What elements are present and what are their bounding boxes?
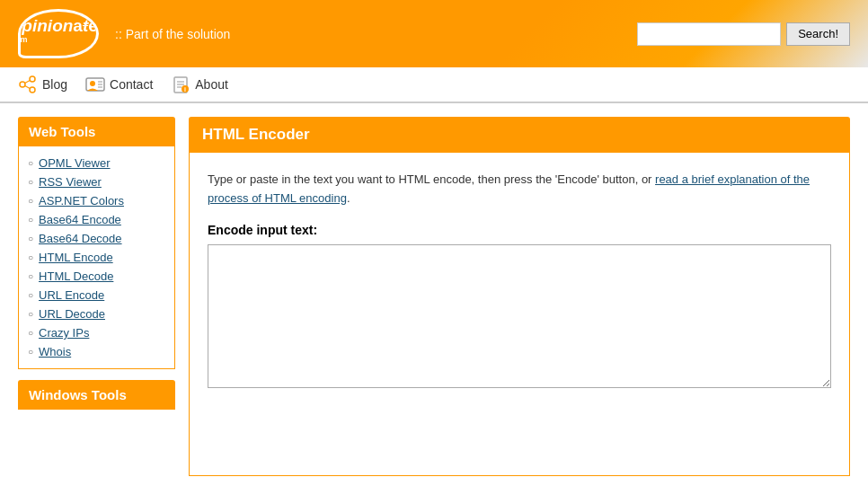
- logo-text: Opinionated .com: [18, 17, 99, 51]
- list-item: ASP.NET Colors: [28, 191, 165, 210]
- nav-contact-label: Contact: [110, 77, 153, 92]
- sidebar-web-tools-title: Web Tools: [18, 117, 175, 146]
- nav-about[interactable]: i About: [171, 75, 228, 94]
- nav-blog[interactable]: Blog: [18, 75, 67, 94]
- link-html-decode[interactable]: HTML Decode: [39, 269, 113, 283]
- sidebar: Web Tools OPML Viewer RSS Viewer ASP.NET…: [18, 117, 175, 476]
- svg-point-1: [20, 82, 25, 87]
- nav-blog-label: Blog: [42, 77, 67, 92]
- sidebar-web-tools-links: OPML Viewer RSS Viewer ASP.NET Colors Ba…: [18, 146, 175, 369]
- svg-point-0: [30, 76, 35, 82]
- content-body: Type or paste in the text you want to HT…: [189, 153, 850, 476]
- list-item: URL Decode: [28, 305, 165, 323]
- link-url-encode[interactable]: URL Encode: [39, 288, 104, 302]
- logo-com: .com: [18, 34, 28, 43]
- nav-contact[interactable]: Contact: [85, 75, 153, 94]
- encode-input-label: Encode input text:: [208, 223, 831, 237]
- svg-line-4: [25, 86, 31, 89]
- list-item: Whois: [28, 342, 165, 361]
- search-input[interactable]: [637, 22, 781, 46]
- search-button[interactable]: Search!: [786, 22, 850, 46]
- link-crazy-ips[interactable]: Crazy IPs: [39, 326, 89, 340]
- link-base64-decode[interactable]: Base64 Decode: [39, 232, 122, 245]
- link-base64-encode[interactable]: Base64 Encode: [39, 213, 121, 226]
- share-icon: [18, 75, 38, 94]
- link-opml-viewer[interactable]: OPML Viewer: [39, 156, 110, 170]
- logo-bubble: Opinionated .com: [18, 9, 99, 58]
- link-aspnet-colors[interactable]: ASP.NET Colors: [39, 194, 124, 208]
- sidebar-windows-tools-section: Windows Tools: [18, 380, 175, 410]
- link-html-encode[interactable]: HTML Encode: [39, 251, 113, 264]
- svg-point-6: [90, 81, 95, 86]
- logo-area: Opinionated .com :: Part of the solution: [18, 9, 230, 58]
- list-item: Base64 Decode: [28, 229, 165, 248]
- list-item: RSS Viewer: [28, 172, 165, 191]
- intro-end: .: [347, 191, 350, 205]
- svg-text:i: i: [184, 86, 186, 93]
- content-title: HTML Encoder: [189, 117, 850, 153]
- list-item: HTML Decode: [28, 267, 165, 286]
- main-layout: Web Tools OPML Viewer RSS Viewer ASP.NET…: [0, 103, 868, 477]
- svg-line-3: [25, 81, 31, 84]
- sidebar-windows-tools-title: Windows Tools: [18, 380, 175, 410]
- search-area: Search!: [637, 22, 850, 46]
- about-icon: i: [171, 75, 190, 94]
- list-item: HTML Encode: [28, 248, 165, 267]
- contact-icon: [85, 75, 105, 94]
- content-intro: Type or paste in the text you want to HT…: [208, 171, 831, 208]
- encode-textarea[interactable]: [208, 244, 831, 388]
- link-whois[interactable]: Whois: [39, 345, 71, 358]
- header: Opinionated .com :: Part of the solution…: [0, 0, 868, 67]
- svg-point-2: [30, 87, 35, 93]
- logo-subtitle: :: Part of the solution: [115, 27, 230, 41]
- list-item: Crazy IPs: [28, 323, 165, 342]
- nav-about-label: About: [195, 77, 228, 92]
- list-item: OPML Viewer: [28, 154, 165, 172]
- navbar: Blog Contact i About: [0, 67, 868, 103]
- link-url-decode[interactable]: URL Decode: [39, 307, 105, 321]
- list-item: URL Encode: [28, 286, 165, 305]
- intro-text: Type or paste in the text you want to HT…: [208, 172, 655, 186]
- content-area: HTML Encoder Type or paste in the text y…: [189, 117, 850, 476]
- list-item: Base64 Encode: [28, 210, 165, 229]
- link-rss-viewer[interactable]: RSS Viewer: [39, 175, 102, 189]
